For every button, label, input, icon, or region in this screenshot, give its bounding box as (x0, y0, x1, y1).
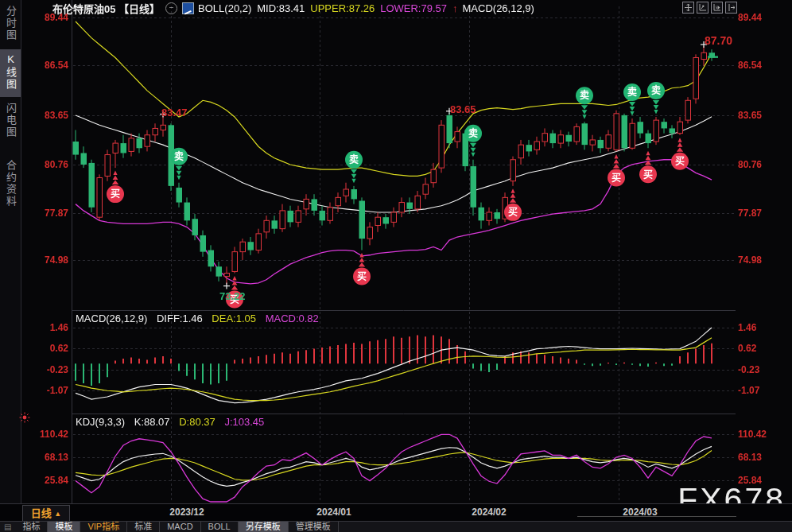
axis-price-label: 0.62 (21, 343, 68, 354)
axis-price-label: 25.84 (21, 475, 68, 486)
axis-price-label: 110.42 (21, 429, 68, 440)
axis-price-label: 80.76 (738, 159, 762, 170)
kdj-j-value: J:103.45 (224, 416, 264, 428)
bottom-tab-3[interactable]: VIP指标 (80, 522, 127, 532)
axis-price-label: 74.98 (21, 254, 68, 266)
sidebar-tab-label: 分时图 (0, 6, 21, 41)
sidebar-tab-2[interactable]: K线图 (0, 49, 21, 97)
axis-price-label: 89.44 (738, 12, 762, 23)
axis-price-label: 68.13 (738, 452, 762, 463)
axis-price-label: 74.98 (738, 254, 762, 266)
chart-header: 布伦特原油05 【日线】 − BOLL(20,2) MID:83.41 UPPE… (52, 1, 540, 15)
bottom-tab-7[interactable]: 另存模板 (239, 522, 289, 532)
kdj-k-value: K:88.07 (134, 416, 170, 428)
date-axis-label: 2024/02 (472, 507, 506, 518)
axis-zoom-icon[interactable] (697, 2, 709, 14)
period-selector[interactable]: 日线 ▲ (22, 505, 70, 522)
kdj-d-value: D:80.37 (179, 416, 215, 428)
sidebar-tab-1[interactable]: 分时图 (0, 2, 21, 48)
axis-price-label: 77.87 (738, 208, 762, 219)
macd-dea-value: DEA:1.05 (212, 313, 256, 324)
instrument-title: 布伦特原油05 【日线】 (52, 1, 160, 16)
boll-upper-value: UPPER:87.26 (310, 2, 375, 14)
collapse-minus-icon[interactable]: − (165, 2, 177, 14)
date-axis-row: 日线 ▲ 2023/122024/012024/022024/03 (0, 503, 792, 522)
chart-toolbar (680, 2, 737, 14)
axis-price-label: -1.07 (738, 385, 759, 396)
axis-price-label: 1.46 (738, 322, 756, 333)
axis-price-label: 80.76 (21, 159, 68, 170)
sidebar-tab-3[interactable]: 闪电图 (0, 99, 21, 145)
sidebar-tab-label: 合约资料 (0, 160, 21, 208)
macd-title: MACD(26,12,9) (76, 313, 147, 324)
date-axis-label: 2024/01 (316, 507, 351, 518)
axis-price-label: -1.07 (21, 385, 68, 396)
date-axis-label: 2024/03 (623, 507, 657, 518)
axis-price-label: 86.54 (21, 60, 68, 71)
kdj-panel-title: KDJ(9,3,3) K:88.07 D:80.37 J:103.45 (76, 416, 270, 428)
axis-price-label: -0.23 (21, 364, 68, 375)
boll-indicator-label: BOLL(20,2) (198, 2, 251, 14)
pan-move-icon[interactable] (682, 2, 694, 14)
bottom-tab-8[interactable]: 管理模板 (289, 522, 339, 532)
grid-menu-icon[interactable]: ▤ (0, 522, 15, 532)
candlestick-chart-canvas[interactable] (0, 0, 792, 532)
mini-chart-icon[interactable] (182, 2, 194, 14)
shift-right-icon[interactable] (725, 2, 737, 14)
boll-mid-value: MID:83.41 (257, 2, 305, 14)
axis-price-label: 83.65 (738, 110, 762, 121)
axis-price-label: 83.65 (21, 110, 68, 121)
axis-price-label: 110.42 (738, 429, 767, 440)
kdj-title: KDJ(9,3,3) (76, 416, 125, 428)
bottom-tab-4[interactable]: 标准 (127, 522, 160, 532)
chart-type-sidebar: 分时图K线图闪电图合约资料 (0, 0, 21, 503)
bottom-tab-6[interactable]: BOLL (201, 522, 239, 532)
trading-app-window: 分时图K线图闪电图合约资料 布伦特原油05 【日线】 − BOLL(20,2) … (0, 0, 792, 532)
bottom-tab-2[interactable]: 模板 (48, 522, 80, 532)
macd-panel-title: MACD(26,12,9) DIFF:1.46 DEA:1.05 MACD:0.… (76, 313, 325, 324)
period-arrow-icon: ▲ (54, 510, 61, 518)
bottom-tab-5[interactable]: MACD (160, 522, 200, 532)
bottom-tab-1[interactable]: 指标 (15, 522, 48, 532)
axis-price-label: 77.87 (21, 208, 68, 219)
boll-lower-value: LOWER:79.57 (380, 2, 447, 14)
axis-play-icon[interactable] (711, 2, 723, 14)
axis-price-label: -0.23 (738, 364, 759, 375)
macd-params-label: MACD(26,12,9) (463, 2, 534, 14)
macd-macd-value: MACD:0.82 (266, 313, 319, 324)
up-arrow-icon: ↑ (452, 2, 458, 14)
axis-price-label: 86.54 (738, 60, 762, 71)
macd-diff-value: DIFF:1.46 (157, 313, 203, 324)
sidebar-tab-label: 闪电图 (0, 103, 21, 138)
indicator-alert-sun-icon[interactable] (19, 412, 30, 426)
axis-price-label: 1.46 (21, 322, 68, 333)
axis-price-label: 25.84 (738, 475, 762, 486)
axis-price-label: 0.62 (738, 343, 756, 354)
period-label: 日线 (31, 507, 52, 519)
date-axis-label: 2023/12 (169, 507, 204, 518)
sidebar-tab-4[interactable]: 合约资料 (0, 156, 21, 214)
axis-price-label: 68.13 (21, 452, 68, 463)
sidebar-tab-label: K线图 (0, 53, 21, 91)
indicator-tab-bar: ▤ 指标模板VIP指标标准MACDBOLL另存模板管理模板 (0, 521, 792, 532)
